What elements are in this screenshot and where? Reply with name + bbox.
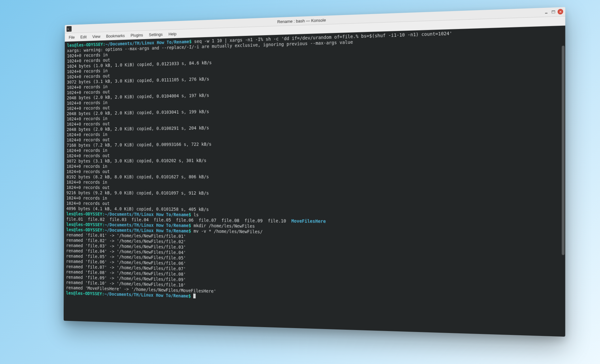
menu-view[interactable]: View bbox=[89, 33, 103, 40]
minimize-button[interactable]: 🗕 bbox=[544, 10, 548, 15]
maximize-button[interactable]: 🗖 bbox=[551, 9, 556, 14]
menu-settings[interactable]: Settings bbox=[146, 31, 166, 38]
terminal-viewport[interactable]: les@les-ODYSSEY:~/Documents/TH/Linux How… bbox=[64, 26, 565, 337]
konsole-window: >_ Rename : bash — Konsole 🗕 🗖 ✕ File Ed… bbox=[64, 7, 565, 337]
cursor bbox=[193, 293, 196, 298]
menu-edit[interactable]: Edit bbox=[77, 33, 89, 40]
terminal-output: les@les-ODYSSEY:~/Documents/TH/Linux How… bbox=[66, 27, 562, 309]
konsole-icon: >_ bbox=[67, 26, 72, 32]
menu-help[interactable]: Help bbox=[166, 30, 179, 38]
menu-plugins[interactable]: Plugins bbox=[128, 31, 146, 39]
desktop-background: >_ Rename : bash — Konsole 🗕 🗖 ✕ File Ed… bbox=[0, 0, 600, 364]
menu-bookmarks[interactable]: Bookmarks bbox=[103, 32, 128, 40]
scrollbar-thumb[interactable] bbox=[562, 45, 565, 255]
scrollbar[interactable] bbox=[562, 27, 565, 335]
close-button[interactable]: ✕ bbox=[558, 9, 563, 14]
menu-file[interactable]: File bbox=[66, 34, 78, 40]
